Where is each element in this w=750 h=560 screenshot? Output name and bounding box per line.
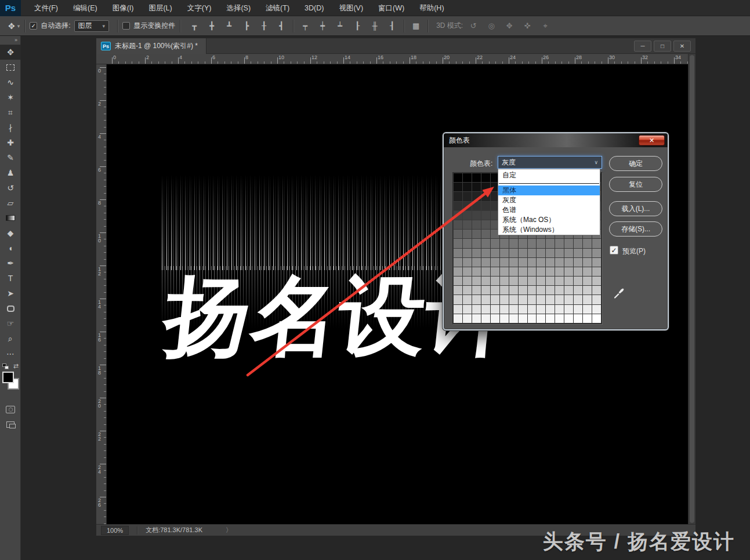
color-swatch[interactable] (537, 314, 545, 323)
color-swatch[interactable] (546, 267, 555, 276)
quick-mask-button[interactable] (0, 402, 21, 417)
color-swatch[interactable] (500, 267, 509, 276)
color-swatch[interactable] (546, 239, 555, 248)
color-swatch[interactable] (574, 267, 582, 276)
color-swatch[interactable] (555, 314, 564, 323)
color-swatch[interactable] (592, 277, 601, 285)
color-swatch[interactable] (454, 267, 462, 276)
color-swatch[interactable] (463, 239, 472, 248)
dropdown-item-5[interactable]: 系统（Windows） (498, 225, 600, 235)
type-tool[interactable]: T (0, 271, 21, 286)
color-swatch[interactable] (472, 277, 481, 285)
color-swatch[interactable] (454, 305, 462, 314)
color-swatch[interactable] (564, 286, 573, 294)
color-swatch[interactable] (537, 239, 545, 248)
3d-scale-camera-icon[interactable]: ⌖ (539, 21, 551, 31)
color-swatch[interactable] (519, 239, 527, 248)
color-swatch[interactable] (528, 267, 537, 276)
color-swatch[interactable] (509, 239, 518, 248)
color-swatch[interactable] (555, 239, 564, 248)
color-swatch[interactable] (472, 239, 481, 248)
color-swatch[interactable] (481, 295, 490, 304)
color-swatch[interactable] (463, 249, 472, 257)
color-swatch[interactable] (454, 295, 462, 304)
color-swatch[interactable] (454, 173, 462, 182)
color-swatch[interactable] (592, 295, 601, 304)
menu-item-10[interactable]: 帮助(H) (412, 0, 451, 16)
color-swatch[interactable] (481, 192, 490, 201)
menu-item-1[interactable]: 编辑(E) (66, 0, 105, 16)
color-swatch[interactable] (481, 183, 490, 191)
color-swatch[interactable] (519, 295, 527, 304)
auto-select-target-dropdown[interactable]: 图层 ▾ (74, 20, 110, 32)
color-swatch[interactable] (537, 267, 545, 276)
color-swatch[interactable] (500, 249, 509, 257)
color-swatch[interactable] (592, 239, 601, 248)
color-swatch[interactable] (583, 258, 592, 267)
color-swatch[interactable] (481, 286, 490, 294)
color-swatch[interactable] (454, 183, 462, 191)
color-swatch[interactable] (564, 267, 573, 276)
pen-tool[interactable]: ✒ (0, 256, 21, 271)
color-swatch[interactable] (564, 295, 573, 304)
color-swatch[interactable] (463, 314, 472, 323)
align-right-edges-icon[interactable]: ┫ (276, 21, 287, 31)
color-swatch[interactable] (472, 286, 481, 294)
color-swatch[interactable] (592, 286, 601, 294)
scrollbar-thumb[interactable] (690, 55, 694, 523)
save-button[interactable]: 存储(S)... (609, 221, 662, 237)
color-swatch[interactable] (509, 277, 518, 285)
color-swatch[interactable] (528, 258, 537, 267)
color-swatch[interactable] (481, 267, 490, 276)
distribute-left-edges-icon[interactable]: ┠ (352, 21, 363, 31)
screen-mode-button[interactable] (0, 417, 21, 432)
dialog-titlebar[interactable]: 颜色表 (444, 133, 668, 147)
color-swatch[interactable] (463, 286, 472, 294)
color-swatch[interactable] (509, 267, 518, 276)
color-swatch[interactable] (491, 277, 499, 285)
horizontal-ruler[interactable]: 0246810121416182022242628303234 (96, 54, 688, 64)
color-swatch[interactable] (564, 239, 573, 248)
menu-item-6[interactable]: 滤镜(T) (258, 0, 297, 16)
3d-rotate-icon[interactable]: ↺ (468, 21, 479, 31)
preview-checkbox[interactable]: ✓ (610, 246, 618, 254)
color-swatch[interactable] (519, 249, 527, 257)
color-swatch[interactable] (583, 239, 592, 248)
align-top-edges-icon[interactable]: ┳ (189, 21, 200, 31)
quick-selection-tool[interactable]: ✶ (0, 90, 21, 105)
history-brush-tool[interactable]: ↺ (0, 180, 21, 195)
color-swatch[interactable] (491, 286, 499, 294)
color-swatch[interactable] (519, 314, 527, 323)
color-swatch[interactable] (574, 249, 582, 257)
color-swatch[interactable] (564, 258, 573, 267)
color-swatch[interactable] (528, 305, 537, 314)
color-swatch[interactable] (509, 286, 518, 294)
color-swatch[interactable] (509, 314, 518, 323)
color-swatch[interactable] (555, 286, 564, 294)
blur-tool[interactable]: ◆ (0, 226, 21, 241)
color-swatch[interactable] (472, 211, 481, 220)
color-swatch[interactable] (528, 295, 537, 304)
color-swatch[interactable] (546, 258, 555, 267)
color-swatch[interactable] (592, 305, 601, 314)
shape-tool[interactable] (0, 301, 21, 316)
color-swatch[interactable] (583, 277, 592, 285)
maximize-button[interactable]: □ (654, 41, 671, 52)
color-swatch[interactable] (555, 267, 564, 276)
lasso-tool[interactable]: ∿ (0, 75, 21, 90)
zoom-level-field[interactable]: 100% (101, 526, 129, 535)
tool-preset-chevron-icon[interactable]: ▾ (17, 23, 20, 29)
color-swatch[interactable] (481, 211, 490, 220)
color-swatch[interactable] (491, 249, 499, 257)
color-swatch[interactable] (454, 286, 462, 294)
brush-tool[interactable]: ✎ (0, 150, 21, 165)
color-swatch[interactable] (481, 277, 490, 285)
color-swatch[interactable] (463, 258, 472, 267)
edit-toolbar-button[interactable]: ⋯ (0, 346, 21, 361)
path-selection-tool[interactable]: ➤ (0, 286, 21, 301)
color-swatch[interactable] (454, 277, 462, 285)
color-swatch[interactable] (454, 202, 462, 210)
color-swatch[interactable] (574, 277, 582, 285)
color-swatch[interactable] (472, 249, 481, 257)
align-left-edges-icon[interactable]: ┣ (241, 21, 252, 31)
